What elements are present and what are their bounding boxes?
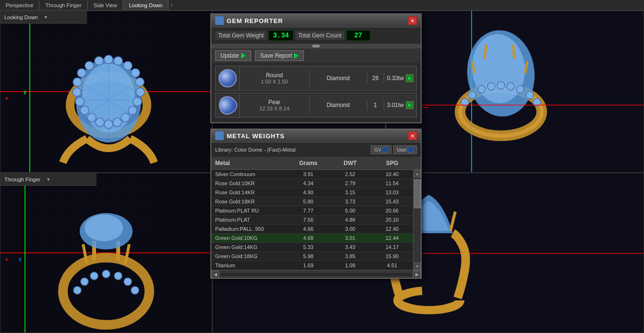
gem-icon-pear-cell — [216, 93, 240, 117]
svg-point-70 — [406, 295, 451, 306]
metal-cell-dwt: 3.43 — [329, 243, 371, 251]
metal-row[interactable]: Titanium 1.69 1.09 4.51 — [211, 261, 413, 270]
metal-row[interactable]: Rose Gold:10KR 4.34 2.79 11.54 — [211, 179, 413, 188]
gem-weight-round: 0.33tw — [387, 75, 404, 82]
gem-count-round: 26 — [367, 73, 384, 83]
scrollbar-up-btn[interactable]: ▲ — [414, 170, 421, 178]
metal-row[interactable]: Palladium:PALL .950 4.66 3.00 12.40 — [211, 225, 413, 234]
gem-row-round[interactable]: Round 1.50 X 1.50 Diamond 26 0.33tw — [215, 66, 417, 91]
svg-point-13 — [114, 57, 122, 65]
metal-cell-name: Palladium:PALL .950 — [211, 225, 287, 233]
metal-cell-dwt: 3.15 — [329, 188, 371, 197]
svg-point-14 — [123, 61, 132, 70]
metal-table-body[interactable]: Silver:Continuum 3.91 2.52 10.40 Rose Go… — [211, 170, 421, 270]
svg-point-30 — [85, 61, 94, 70]
gem-row-pear[interactable]: Pear 12.19 X 8.14 Diamond 1 3.01tw — [215, 93, 417, 118]
metal-weights-icon — [215, 131, 224, 140]
gem-detail-pear-btn[interactable] — [406, 101, 413, 109]
svg-point-15 — [131, 69, 140, 77]
axis-cyan-tr — [471, 11, 472, 172]
metal-cell-dwt: 3.01 — [329, 234, 371, 242]
viewport-bl-dropdown[interactable]: ▼ — [44, 177, 52, 182]
library-row: Library: Color Dome - (Fast)-Metal GV Us… — [211, 143, 421, 157]
metal-cell-spg: 4.51 — [371, 261, 413, 270]
svg-point-26 — [75, 97, 84, 106]
metal-row[interactable]: Silver:Continuum 3.91 2.52 10.40 — [211, 170, 413, 179]
user-button[interactable]: User — [393, 145, 417, 154]
gem-type-round-cell: Diamond — [310, 73, 367, 83]
viewport-tl-dropdown[interactable]: ▼ — [42, 15, 50, 20]
metal-cell-spg: 14.17 — [371, 243, 413, 251]
metal-table-header: Metal Grams DWT SPG — [211, 157, 421, 170]
metal-cell-spg: 10.40 — [371, 170, 413, 178]
scrollbar-down-btn[interactable]: ▼ — [414, 262, 421, 270]
gem-detail-round-btn[interactable] — [406, 74, 413, 82]
metal-cell-grams: 7.77 — [287, 206, 329, 215]
scroll-track[interactable] — [220, 272, 412, 277]
gv-button[interactable]: GV — [371, 145, 391, 154]
metal-col-header-grams: Grams — [287, 159, 329, 167]
gem-reporter-close-btn[interactable]: × — [408, 16, 417, 25]
metal-cell-spg: 15.90 — [371, 252, 413, 261]
metal-row[interactable]: Green Gold:14KG 5.33 3.43 14.17 — [211, 243, 413, 252]
metal-cell-grams: 4.68 — [287, 234, 329, 242]
tab-through-finger[interactable]: Through Finger — [39, 0, 87, 10]
scrollbar-thumb[interactable] — [414, 179, 421, 208]
metal-cell-grams: 4.66 — [287, 225, 329, 233]
metal-cell-name: Rose Gold:14KR — [211, 188, 287, 197]
svg-point-56 — [102, 270, 110, 278]
metal-cell-grams: 5.80 — [287, 197, 329, 206]
metal-col-header-spg: SPG — [371, 159, 413, 167]
svg-point-25 — [80, 106, 89, 115]
metal-weights-panel: METAL WEIGHTS × Library: Color Dome - (F… — [210, 129, 422, 279]
scroll-left-btn[interactable]: ◀ — [211, 271, 219, 278]
viewport-bl-label-bar: Through Finger ▼ — [0, 173, 97, 186]
round-gem-icon — [219, 69, 237, 87]
metal-cell-grams: 4.90 — [287, 188, 329, 197]
metal-row[interactable]: Rose Gold:18KR 5.80 3.73 15.43 — [211, 197, 413, 206]
metal-cell-name: Titanium — [211, 261, 287, 270]
metal-cell-grams: 7.56 — [287, 215, 329, 224]
update-button[interactable]: Update — [215, 50, 251, 61]
metal-cell-name: Platinum:PLAT RU — [211, 206, 287, 215]
gem-play-icon-pear — [408, 103, 412, 107]
metal-row[interactable]: Rose Gold:14KR 4.90 3.15 13.03 — [211, 188, 413, 197]
gem-type-pear: Diamond — [314, 102, 363, 108]
tab-perspective[interactable]: Perspective — [0, 0, 39, 10]
axis-x-label-tl: x — [5, 95, 8, 101]
metal-weights-close-btn[interactable]: × — [408, 131, 417, 140]
metal-cell-spg: 15.43 — [371, 197, 413, 206]
gem-size-round: 1.50 X 1.50 — [243, 79, 305, 84]
svg-point-29 — [77, 69, 86, 77]
svg-point-24 — [87, 113, 96, 122]
metal-row[interactable]: Platinum:PLAT 7.56 4.86 20.10 — [211, 215, 413, 225]
tab-side-view[interactable]: Side View — [88, 0, 123, 10]
metal-cell-name: Green Gold:18KG — [211, 252, 287, 261]
gem-table: Round 1.50 X 1.50 Diamond 26 0.33tw Pear… — [211, 63, 421, 122]
tab-looking-down[interactable]: Looking Down — [123, 0, 169, 10]
divider-handle[interactable] — [312, 45, 320, 48]
metal-scrollbar[interactable]: ▲ ▼ — [413, 170, 421, 270]
save-report-button[interactable]: Save Report — [255, 50, 304, 61]
gv-icon — [382, 147, 388, 153]
viewport-top-left[interactable]: Looking Down ▼ y x — [0, 11, 212, 173]
save-play-icon — [294, 53, 299, 59]
viewport-bottom-left[interactable]: Through Finger ▼ z x — [0, 173, 212, 333]
metal-row[interactable]: Platinum:PLAT RU 7.77 5.00 20.66 — [211, 206, 413, 215]
tab-scroll-arrow[interactable]: ↕ — [169, 2, 175, 8]
gem-weight-pear-cell: 3.01tw — [384, 99, 416, 111]
metal-row[interactable]: Green Gold:18KG 5.98 3.85 15.90 — [211, 252, 413, 261]
svg-point-58 — [124, 278, 132, 285]
svg-point-54 — [81, 278, 88, 285]
metal-cell-grams: 4.34 — [287, 179, 329, 188]
metal-cell-spg: 13.03 — [371, 188, 413, 197]
metal-row[interactable]: Green Gold:10KG 4.68 3.01 12.44 — [211, 234, 413, 243]
metal-cell-dwt: 3.73 — [329, 197, 371, 206]
gem-weight-round-cell: 0.33tw — [384, 72, 416, 84]
gem-weight-pear: 3.01tw — [387, 102, 404, 108]
gem-info-pear: Pear 12.19 X 8.14 — [240, 97, 310, 113]
svg-point-31 — [95, 57, 103, 65]
scroll-right-btn[interactable]: ▶ — [413, 271, 421, 278]
jewelry-front-view — [0, 186, 212, 333]
svg-point-20 — [121, 113, 130, 122]
